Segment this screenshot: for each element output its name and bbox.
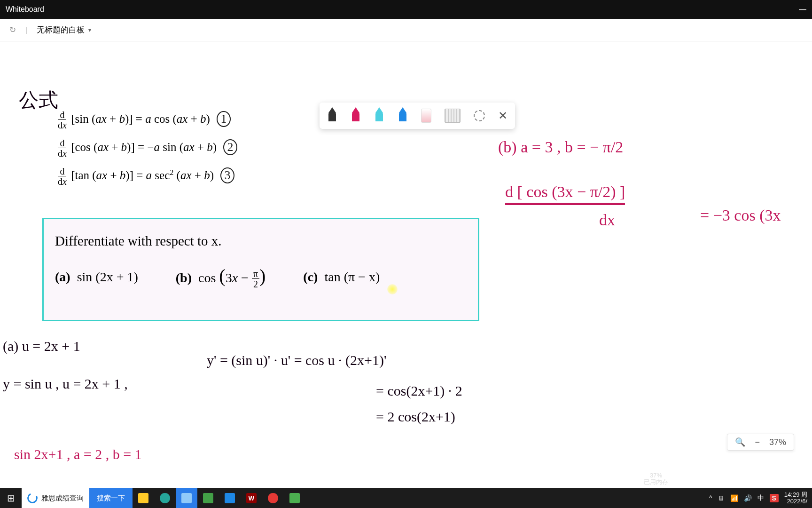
refresh-icon[interactable]: ↻: [9, 25, 16, 35]
problem-box: Differentiate with respect to x. (a) sin…: [42, 218, 479, 321]
handwriting-a-deriv2: = cos(2x+1) · 2: [376, 382, 462, 399]
chevron-down-icon: ▾: [88, 27, 91, 33]
document-name-dropdown[interactable]: 无标题的白板 ▾: [37, 24, 91, 35]
handwriting-a-deriv1: y' = (sin u)' · u' = cos u · (2x+1)': [207, 352, 386, 369]
pen-toolbar: ✕: [320, 103, 515, 129]
start-button[interactable]: ⊞: [0, 488, 22, 508]
taskbar-app-8[interactable]: [284, 488, 305, 508]
document-toolbar: ↻ | 无标题的白板 ▾: [0, 19, 812, 41]
tray-sogou[interactable]: S: [770, 494, 779, 502]
problem-prompt: Differentiate with respect to x.: [55, 233, 467, 249]
handwriting-b-rhs: = −3 cos (3x: [700, 206, 781, 225]
zoom-percent: 37%: [769, 437, 786, 447]
tray-network-icon[interactable]: 🖥: [718, 494, 725, 502]
tray-volume-icon[interactable]: 🔊: [744, 494, 752, 502]
taskbar-app-1[interactable]: [133, 488, 154, 508]
problem-part-c: (c) tan (π − x): [303, 270, 380, 285]
formula-mark-2: 2: [223, 139, 237, 155]
zoom-out-icon[interactable]: 🔍: [735, 437, 745, 447]
pen-red[interactable]: [351, 107, 361, 124]
pen-blue[interactable]: [398, 107, 408, 124]
formula-block: ddx [sin (ax + b)] = a cos (ax + b) 1 dd…: [56, 105, 237, 190]
taskbar-app-3[interactable]: [176, 488, 197, 508]
taskbar-app-5[interactable]: [219, 488, 241, 508]
taskbar-ie[interactable]: 雅思成绩查询: [22, 488, 89, 508]
taskbar-app-7[interactable]: [262, 488, 284, 508]
taskbar-search[interactable]: 搜索一下: [89, 488, 133, 508]
tray-chevron-up-icon[interactable]: ^: [709, 494, 712, 502]
taskbar-app-2[interactable]: [154, 488, 176, 508]
pen-teal[interactable]: [374, 107, 384, 124]
pen-black[interactable]: [327, 107, 337, 124]
whiteboard-canvas[interactable]: ✕ 公式 ddx [sin (ax + b)] = a cos (ax + b)…: [0, 41, 812, 474]
close-toolbar-icon[interactable]: ✕: [498, 109, 508, 122]
memory-badge: 37% 已用内存: [644, 469, 668, 488]
ie-icon: [26, 492, 39, 505]
heading-formula: 公式: [19, 88, 58, 112]
handwriting-a-sub: (a) u = 2x + 1: [3, 338, 80, 355]
cursor-highlight: [387, 284, 398, 294]
eraser-tool[interactable]: [421, 109, 431, 123]
problem-part-b: (b) cos (3x − π2): [176, 265, 266, 289]
windows-taskbar: ⊞ 雅思成绩查询 搜索一下 W ^ 🖥 📶 🔊 中 S 14:29 周 2022…: [0, 488, 812, 508]
taskbar-app-6[interactable]: W: [241, 488, 262, 508]
minimize-button[interactable]: —: [799, 5, 806, 14]
handwriting-pink1: sin 2x+1 , a = 2 , b = 1: [14, 446, 142, 463]
app-title: Whiteboard: [6, 5, 44, 14]
handwriting-b-frac: d [ cos (3x − π/2) ] dx: [505, 183, 625, 205]
handwriting-a-deriv3: = 2 cos(2x+1): [376, 408, 455, 425]
system-tray[interactable]: ^ 🖥 📶 🔊 中 S 14:29 周 2022/6/: [704, 492, 812, 505]
tray-ime[interactable]: 中: [757, 494, 764, 502]
document-name: 无标题的白板: [37, 24, 85, 35]
handwriting-b-header: (b) a = 3 , b = − π/2: [498, 138, 623, 157]
formula-mark-3: 3: [220, 167, 234, 183]
zoom-minus[interactable]: −: [755, 437, 760, 447]
zoom-control[interactable]: 🔍 − 37%: [727, 434, 794, 451]
formula-mark-1: 1: [217, 111, 231, 127]
problem-part-a: (a) sin (2x + 1): [55, 270, 138, 285]
handwriting-a-line2: y = sin u , u = 2x + 1 ,: [3, 375, 128, 392]
ie-label: 雅思成绩查询: [41, 494, 84, 503]
taskbar-app-4[interactable]: [197, 488, 219, 508]
ruler-tool[interactable]: [445, 109, 461, 123]
lasso-tool[interactable]: [474, 110, 485, 121]
tray-clock[interactable]: 14:29 周 2022/6/: [784, 492, 807, 505]
tray-wifi-icon[interactable]: 📶: [730, 494, 738, 502]
separator: |: [25, 25, 27, 35]
window-titlebar: Whiteboard —: [0, 0, 812, 19]
